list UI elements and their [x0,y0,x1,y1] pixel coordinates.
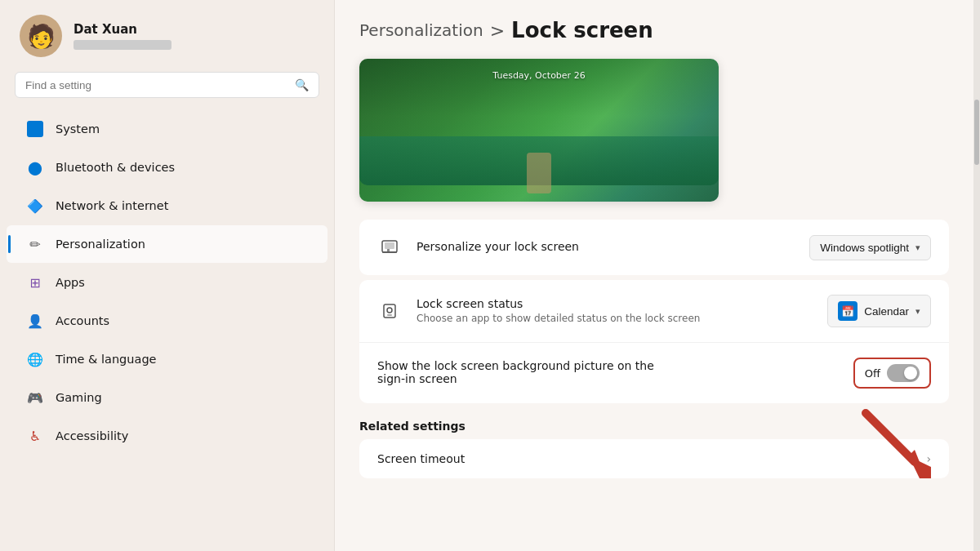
sidebar-item-label: Accessibility [56,429,128,442]
sidebar: 🧑 Dat Xuan 🔍 System ⬤ Bluetooth & device… [0,0,335,551]
lock-status-card: Lock screen status Choose an app to show… [359,280,949,403]
sidebar-item-bluetooth[interactable]: ⬤ Bluetooth & devices [7,149,327,186]
breadcrumb-separator: > [490,20,505,41]
breadcrumb-parent: Personalization [359,20,483,40]
svg-rect-6 [387,314,392,316]
accounts-icon: 👤 [26,312,44,330]
background-row: Show the lock screen background picture … [359,343,949,403]
lock-status-control[interactable]: 📅 Calendar ▾ [827,295,931,327]
lock-screen-icon [377,234,403,260]
user-subtitle [74,40,172,50]
background-toggle-control[interactable]: Off [853,358,931,389]
nav-list: System ⬤ Bluetooth & devices 🔷 Network &… [0,109,334,551]
related-settings-title: Related settings [359,408,949,439]
chevron-down-icon: ▾ [915,306,920,317]
avatar: 🧑 [20,15,62,57]
lock-status-title: Lock screen status [416,297,814,310]
sidebar-item-personalization[interactable]: ✏️ Personalization [7,225,327,263]
background-toggle[interactable] [887,364,920,382]
time-icon: 🌐 [26,350,44,368]
search-input[interactable] [25,79,288,91]
user-profile: 🧑 Dat Xuan [0,15,334,72]
svg-rect-1 [385,242,394,249]
dropdown-label: Calendar [864,305,909,318]
lock-screen-preview: Tuesday, October 26 [359,59,719,202]
apps-icon: ⊞ [26,273,44,291]
calendar-dropdown[interactable]: 📅 Calendar ▾ [827,295,931,327]
scrollbar-track[interactable] [973,0,980,551]
scrollbar-thumb[interactable] [974,100,979,165]
network-icon: 🔷 [26,197,44,215]
windows-spotlight-dropdown[interactable]: Windows spotlight ▾ [809,235,931,260]
chevron-right-icon: › [926,452,931,465]
page-title: Lock screen [511,18,653,42]
svg-rect-2 [387,249,390,251]
screen-timeout-label: Screen timeout [377,452,926,465]
lock-status-row: Lock screen status Choose an app to show… [359,280,949,343]
lock-status-icon [377,298,403,324]
preview-path [527,153,551,193]
gaming-icon: 🎮 [26,389,44,407]
sidebar-item-label: Network & internet [56,199,168,212]
user-name: Dat Xuan [74,22,172,37]
sidebar-item-network[interactable]: 🔷 Network & internet [7,187,327,224]
svg-point-5 [387,308,392,313]
personalize-row: Personalize your lock screen Windows spo… [359,220,949,275]
personalize-control[interactable]: Windows spotlight ▾ [809,235,931,260]
background-title: Show the lock screen background picture … [377,359,840,385]
sidebar-item-label: Personalization [56,238,145,251]
dropdown-label: Windows spotlight [820,242,909,254]
sidebar-item-label: Gaming [56,391,102,404]
breadcrumb: Personalization > Lock screen [359,18,949,42]
accessibility-icon: ♿ [26,427,44,445]
search-box[interactable]: 🔍 [15,72,319,98]
sidebar-item-label: Apps [56,276,85,289]
sidebar-item-accounts[interactable]: 👤 Accounts [7,302,327,340]
sidebar-item-system[interactable]: System [7,110,327,148]
sidebar-item-apps[interactable]: ⊞ Apps [7,264,327,301]
toggle-knob [904,367,917,380]
personalize-content: Personalize your lock screen [416,240,796,255]
system-icon [26,120,44,138]
main-content: Personalization > Lock screen Tuesday, O… [335,0,973,551]
sidebar-item-time[interactable]: 🌐 Time & language [7,340,327,378]
bluetooth-icon: ⬤ [26,158,44,176]
chevron-down-icon: ▾ [915,242,920,253]
lock-status-subtitle: Choose an app to show detailed status on… [416,312,814,326]
related-card[interactable]: Screen timeout › [359,439,949,478]
search-icon: 🔍 [295,78,309,91]
personalize-card: Personalize your lock screen Windows spo… [359,220,949,275]
calendar-icon: 📅 [838,301,858,321]
personalization-icon: ✏️ [26,235,44,253]
lock-status-content: Lock screen status Choose an app to show… [416,297,814,326]
personalize-title: Personalize your lock screen [416,240,796,253]
sidebar-item-label: Accounts [56,314,109,327]
sidebar-item-label: System [56,122,100,136]
sidebar-item-label: Bluetooth & devices [56,161,175,174]
preview-date: Tuesday, October 26 [492,70,585,81]
toggle-off-container[interactable]: Off [853,358,931,389]
sidebar-item-gaming[interactable]: 🎮 Gaming [7,379,327,416]
background-content: Show the lock screen background picture … [377,359,840,387]
sidebar-item-accessibility[interactable]: ♿ Accessibility [7,417,327,455]
toggle-label: Off [865,367,880,380]
sidebar-item-label: Time & language [56,353,157,366]
